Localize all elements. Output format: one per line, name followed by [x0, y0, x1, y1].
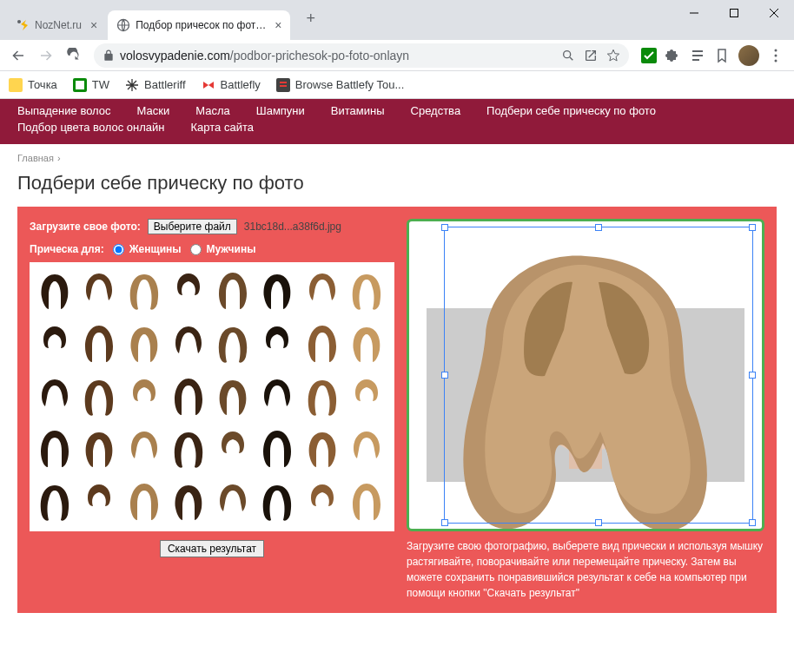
page-title: Подбери себе прическу по фото: [17, 172, 777, 194]
hairstyle-thumbnail[interactable]: [79, 373, 119, 418]
selection-box[interactable]: [444, 227, 753, 524]
hairstyle-thumbnail[interactable]: [169, 320, 208, 366]
search-icon[interactable]: [561, 49, 575, 63]
hairstyle-thumbnail[interactable]: [347, 267, 387, 313]
hairstyle-thumbnail[interactable]: [124, 320, 164, 366]
hairstyle-thumbnail[interactable]: [213, 373, 253, 418]
hairstyle-thumbnail[interactable]: [257, 478, 297, 524]
gender-women-label[interactable]: Женщины: [129, 243, 182, 255]
tab-close-icon[interactable]: ×: [275, 18, 281, 32]
download-result-button[interactable]: Скачать результат: [160, 540, 264, 557]
nav-link[interactable]: Витамины: [331, 104, 385, 117]
hairstyle-thumbnail[interactable]: [257, 267, 297, 313]
hairstyle-thumbnail[interactable]: [347, 478, 387, 524]
hairstyle-thumbnail[interactable]: [213, 320, 253, 366]
hairstyle-thumbnail[interactable]: [347, 373, 387, 418]
minimize-button[interactable]: [674, 0, 714, 26]
address-bar[interactable]: volosvypadenie.com/podbor-prichesok-po-f…: [94, 43, 629, 68]
hairstyle-thumbnail[interactable]: [302, 373, 342, 418]
menu-icon[interactable]: [768, 48, 784, 63]
choose-file-button[interactable]: Выберите файл: [148, 219, 237, 234]
back-button[interactable]: [5, 43, 31, 69]
hairstyle-grid[interactable]: [30, 262, 394, 531]
photo-preview[interactable]: [407, 219, 764, 531]
bookmark-battlefly[interactable]: Battlefly: [202, 78, 261, 92]
hairstyle-thumbnail[interactable]: [79, 267, 119, 313]
hairstyle-thumbnail[interactable]: [124, 373, 164, 418]
bookmark-battleriff[interactable]: Battleriff: [125, 78, 185, 92]
resize-handle[interactable]: [749, 372, 756, 379]
hairstyle-thumbnail[interactable]: [347, 320, 387, 366]
hairstyle-thumbnail[interactable]: [35, 478, 75, 524]
hairstyle-thumbnail[interactable]: [302, 320, 342, 366]
nav-link[interactable]: Шампуни: [256, 104, 305, 117]
resize-handle[interactable]: [441, 372, 448, 379]
hairstyle-thumbnail[interactable]: [35, 320, 75, 366]
resize-handle[interactable]: [441, 519, 448, 526]
hairstyle-thumbnail[interactable]: [169, 425, 208, 471]
resize-handle[interactable]: [749, 224, 756, 231]
tab-title: Подбор причесок по фото онла: [136, 19, 266, 31]
reload-button[interactable]: [61, 43, 87, 69]
breadcrumb-home[interactable]: Главная: [17, 153, 54, 163]
puzzle-extension-icon[interactable]: [665, 48, 681, 63]
nav-link[interactable]: Подбери себе прическу по фото: [486, 104, 656, 117]
nav-link[interactable]: Масла: [195, 104, 230, 117]
hairstyle-thumbnail[interactable]: [347, 425, 387, 471]
svg-point-6: [775, 49, 777, 51]
gender-men-label[interactable]: Мужчины: [207, 243, 256, 255]
hairstyle-thumbnail[interactable]: [169, 478, 208, 524]
hairstyle-thumbnail[interactable]: [79, 478, 119, 524]
nav-link[interactable]: Средства: [411, 104, 461, 117]
hairstyle-thumbnail[interactable]: [257, 425, 297, 471]
bookmark-icon[interactable]: [714, 48, 730, 63]
hairstyle-thumbnail[interactable]: [257, 320, 297, 366]
hairstyle-thumbnail[interactable]: [302, 425, 342, 471]
resize-handle[interactable]: [749, 519, 756, 526]
hairstyle-thumbnail[interactable]: [35, 267, 75, 313]
hairstyle-thumbnail[interactable]: [124, 267, 164, 313]
svg-point-8: [775, 59, 777, 62]
bookmark-battlefy[interactable]: Browse Battlefy Tou...: [276, 78, 405, 92]
star-icon[interactable]: [606, 49, 620, 63]
hairstyle-thumbnail[interactable]: [302, 267, 342, 313]
hairstyle-thumbnail[interactable]: [302, 478, 342, 524]
hairstyle-thumbnail[interactable]: [213, 425, 253, 471]
selected-filename: 31bc18d...a38f6d.jpg: [244, 221, 341, 233]
hairstyle-thumbnail[interactable]: [79, 320, 119, 366]
bookmark-tw[interactable]: TW: [73, 78, 109, 92]
nav-link[interactable]: Подбор цвета волос онлайн: [17, 121, 165, 134]
hairstyle-thumbnail[interactable]: [124, 478, 164, 524]
hairstyle-panel: Загрузите свое фото: Выберите файл 31bc1…: [17, 207, 777, 613]
hairstyle-thumbnail[interactable]: [124, 425, 164, 471]
resize-handle[interactable]: [441, 224, 448, 231]
hairstyle-thumbnail[interactable]: [213, 478, 253, 524]
list-icon[interactable]: [690, 48, 705, 63]
bookmark-tochka[interactable]: Точка: [9, 78, 57, 92]
share-icon[interactable]: [584, 49, 598, 63]
nav-link[interactable]: Выпадение волос: [17, 104, 111, 117]
browser-tab-2[interactable]: Подбор причесок по фото онла ×: [108, 10, 290, 40]
profile-avatar[interactable]: [738, 45, 759, 66]
resize-handle[interactable]: [595, 224, 602, 231]
nav-link[interactable]: Маски: [137, 104, 170, 117]
hairstyle-thumbnail[interactable]: [169, 373, 208, 418]
close-window-button[interactable]: [754, 0, 794, 26]
check-extension-icon[interactable]: [641, 48, 657, 63]
hairstyle-thumbnail[interactable]: [79, 425, 119, 471]
browser-tab-1[interactable]: NozNet.ru ×: [7, 10, 106, 40]
nav-link[interactable]: Карта сайта: [191, 121, 254, 134]
hairstyle-thumbnail[interactable]: [35, 425, 75, 471]
maximize-button[interactable]: [714, 0, 754, 26]
hairstyle-thumbnail[interactable]: [169, 267, 208, 313]
tab-close-icon[interactable]: ×: [90, 18, 97, 32]
hairstyle-thumbnail[interactable]: [257, 373, 297, 418]
gender-men-radio[interactable]: [190, 244, 202, 255]
hairstyle-thumbnail[interactable]: [35, 373, 75, 418]
forward-button[interactable]: [33, 43, 59, 69]
new-tab-button[interactable]: +: [299, 6, 322, 31]
gender-women-radio[interactable]: [113, 244, 124, 255]
hairstyle-thumbnail[interactable]: [213, 267, 253, 313]
svg-point-4: [564, 50, 571, 57]
resize-handle[interactable]: [595, 519, 602, 526]
